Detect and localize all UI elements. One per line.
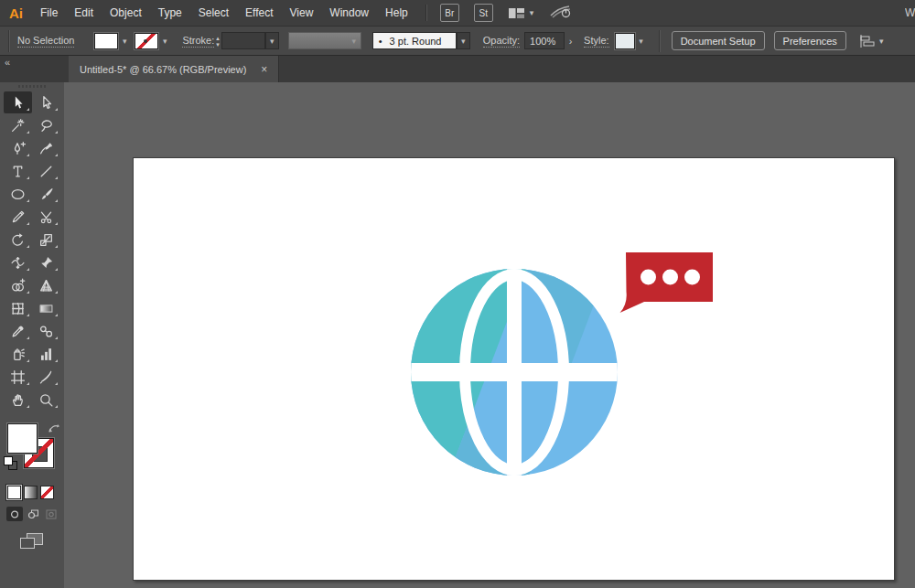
eyedropper-tool-icon: [10, 324, 26, 339]
gradient-tool[interactable]: [32, 297, 60, 319]
menu-item-object[interactable]: Object: [102, 6, 150, 19]
menu-item-view[interactable]: View: [282, 6, 322, 19]
draw-inside-button: [43, 507, 59, 521]
blend-tool[interactable]: [32, 320, 60, 342]
tools-panel: [0, 82, 64, 588]
free-transform-tool[interactable]: [32, 251, 60, 273]
lasso-tool[interactable]: [32, 114, 60, 136]
chevron-down-icon: ▾: [458, 37, 469, 46]
stepper-down-icon[interactable]: ▾: [216, 41, 220, 48]
symbol-sprayer-tool[interactable]: [4, 343, 32, 365]
draw-normal-button[interactable]: [6, 507, 23, 521]
menu-item-effect[interactable]: Effect: [237, 6, 281, 19]
scissors-tool-icon: [38, 209, 54, 225]
paintbrush-tool-icon: [38, 187, 54, 202]
line-segment-tool[interactable]: [32, 160, 60, 182]
fill-color-dropdown[interactable]: ▾: [118, 37, 131, 46]
rotate-tool[interactable]: [4, 229, 32, 251]
menu-item-window[interactable]: Window: [321, 6, 377, 19]
change-screen-mode-button[interactable]: [20, 532, 44, 551]
stroke-weight-field[interactable]: [221, 32, 265, 49]
menu-item-select[interactable]: Select: [190, 6, 237, 19]
stock-button[interactable]: St: [474, 4, 493, 22]
menu-item-help[interactable]: Help: [377, 6, 416, 19]
artboard-tool[interactable]: [4, 366, 32, 388]
artboard[interactable]: [133, 157, 895, 581]
gradient-button[interactable]: [24, 486, 38, 499]
column-graph-tool[interactable]: [32, 343, 60, 365]
collapse-panels-icon[interactable]: «: [5, 57, 8, 68]
pencil-tool[interactable]: [4, 206, 32, 228]
fill-swatch[interactable]: [7, 423, 38, 454]
document-tab[interactable]: Untitled-5* @ 66.67% (RGB/Preview) ×: [69, 56, 279, 82]
ellipse-tool-icon: [10, 187, 26, 202]
type-tool-icon: [10, 164, 26, 179]
document-setup-button[interactable]: Document Setup: [672, 31, 765, 50]
opacity-expand-arrow[interactable]: ›: [565, 36, 576, 47]
stroke-label[interactable]: Stroke:: [182, 35, 214, 48]
shape-builder-tool[interactable]: [4, 274, 32, 296]
style-label[interactable]: Style:: [584, 35, 609, 48]
width-tool[interactable]: [4, 251, 32, 273]
bridge-button[interactable]: Br: [440, 4, 459, 22]
none-button[interactable]: [40, 486, 54, 499]
fill-color-swatch[interactable]: [94, 33, 118, 49]
scissors-tool[interactable]: [32, 206, 60, 228]
brush-definition-field[interactable]: • 3 pt. Round: [372, 32, 457, 49]
stepper-up-icon[interactable]: ▴: [216, 35, 220, 41]
gradient-tool-icon: [38, 301, 54, 316]
selection-tool[interactable]: [4, 91, 32, 113]
variable-width-profile-dropdown: ▾: [288, 32, 361, 49]
canvas-pasteboard[interactable]: [64, 82, 915, 588]
scale-tool[interactable]: [32, 229, 60, 251]
stroke-color-swatch[interactable]: [135, 33, 158, 49]
magic-wand-tool[interactable]: [4, 114, 32, 136]
menu-item-edit[interactable]: Edit: [66, 6, 102, 19]
brush-definition-dropdown[interactable]: ▾: [457, 32, 470, 49]
hand-tool-icon: [10, 392, 26, 408]
globe-chat-logo[interactable]: [408, 245, 719, 483]
globe: [408, 263, 626, 483]
hand-tool[interactable]: [4, 389, 32, 411]
selection-status[interactable]: No Selection: [17, 35, 74, 48]
menu-item-type[interactable]: Type: [150, 6, 190, 19]
stroke-weight-stepper[interactable]: ▴ ▾: [216, 35, 220, 48]
style-dropdown[interactable]: ▾: [635, 37, 648, 46]
bubble-dot: [684, 270, 700, 285]
mesh-tool[interactable]: [4, 297, 32, 319]
swap-fill-stroke-icon[interactable]: [48, 422, 60, 438]
zoom-tool[interactable]: [32, 389, 60, 411]
draw-behind-button[interactable]: [25, 507, 41, 521]
type-tool[interactable]: [4, 160, 32, 182]
symbol-sprayer-tool-icon: [10, 347, 26, 362]
opacity-label[interactable]: Opacity:: [483, 35, 520, 48]
style-swatch[interactable]: [615, 33, 635, 49]
mesh-tool-icon: [10, 301, 26, 316]
stroke-color-dropdown[interactable]: ▾: [158, 37, 171, 46]
slice-tool[interactable]: [32, 366, 60, 388]
control-bar: No Selection ▾ ▾ Stroke: ▴ ▾ ▾ ▾ • 3 pt.…: [0, 26, 915, 56]
direct-selection-tool-icon: [38, 95, 54, 111]
arrange-documents-button[interactable]: ▾: [508, 7, 534, 19]
direct-selection-tool[interactable]: [32, 91, 60, 113]
panel-drag-handle[interactable]: [18, 85, 46, 88]
color-button[interactable]: [7, 486, 21, 499]
menu-item-file[interactable]: File: [32, 6, 66, 19]
pen-tool[interactable]: [4, 137, 32, 159]
illustrator-window: Ai FileEditObjectTypeSelectEffectViewWin…: [0, 0, 915, 588]
eyedropper-tool[interactable]: [4, 320, 32, 342]
curvature-tool[interactable]: [32, 137, 60, 159]
fill-stroke-widget: [0, 422, 64, 473]
app-logo-icon[interactable]: Ai: [9, 5, 23, 21]
stroke-weight-dropdown[interactable]: ▾: [265, 32, 279, 49]
perspective-grid-tool[interactable]: [32, 274, 60, 296]
preferences-button[interactable]: Preferences: [774, 31, 846, 50]
lasso-tool-icon: [38, 118, 54, 134]
speech-bubble: [620, 252, 714, 313]
ellipse-tool[interactable]: [4, 183, 32, 205]
opacity-field[interactable]: 100%: [524, 32, 565, 49]
align-options-button[interactable]: ▾: [859, 35, 884, 48]
cc-sync-icon[interactable]: [550, 4, 572, 22]
paintbrush-tool[interactable]: [32, 183, 60, 205]
tab-close-icon[interactable]: ×: [261, 63, 267, 76]
